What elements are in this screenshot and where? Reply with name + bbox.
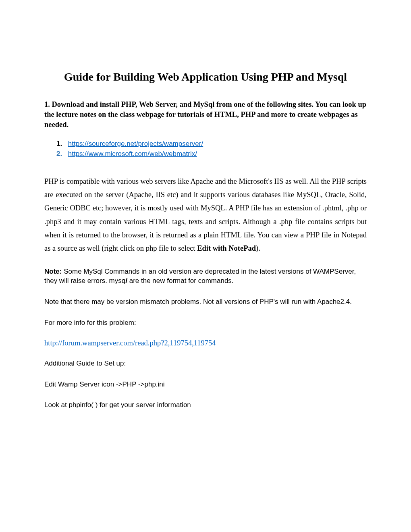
list-number-2: 2. [56,150,66,159]
note-text-2: are the new format for commands. [127,277,234,285]
body-text-part1: PHP is compatible with various web serve… [44,177,367,252]
list-number-1: 1. [56,139,66,149]
deprecated-commands-note: Note: Some MySql Commands in an old vers… [44,267,367,286]
body-text-part2: ). [256,244,260,252]
section-1-heading: 1. Download and install PHP, Web Server,… [44,100,367,130]
additional-guide-label: Additional Guide to Set up: [44,359,367,368]
document-page: Guide for Building Web Application Using… [0,0,411,466]
wampserver-link[interactable]: https://sourceforge.net/projects/wampser… [68,140,203,148]
webmatrix-link[interactable]: https://www.microsoft.com/web/webmatrix/ [68,150,197,158]
version-mismatch-note: Note that there may be version mismatch … [44,297,367,307]
link-item-2: 2. https://www.microsoft.com/web/webmatr… [56,150,367,159]
link-item-1: 1. https://sourceforge.net/projects/wamp… [56,139,367,149]
note-label: Note: [44,268,62,275]
more-info-label: For more info for this problem: [44,318,367,328]
forum-link[interactable]: http://forum.wampserver.com/read.php?2,1… [44,339,216,347]
edit-wamp-line: Edit Wamp Server icon ->PHP ->php.ini [44,380,367,389]
download-links-list: 1. https://sourceforge.net/projects/wamp… [44,139,367,159]
edit-with-notepad-bold: Edit with NotePad [197,244,256,252]
forum-link-paragraph: http://forum.wampserver.com/read.php?2,1… [44,339,367,347]
php-description-paragraph: PHP is compatible with various web serve… [44,175,367,256]
phpinfo-line: Look at phpinfo( ) for get your server i… [44,400,367,410]
document-title: Guide for Building Web Application Using… [44,71,367,83]
